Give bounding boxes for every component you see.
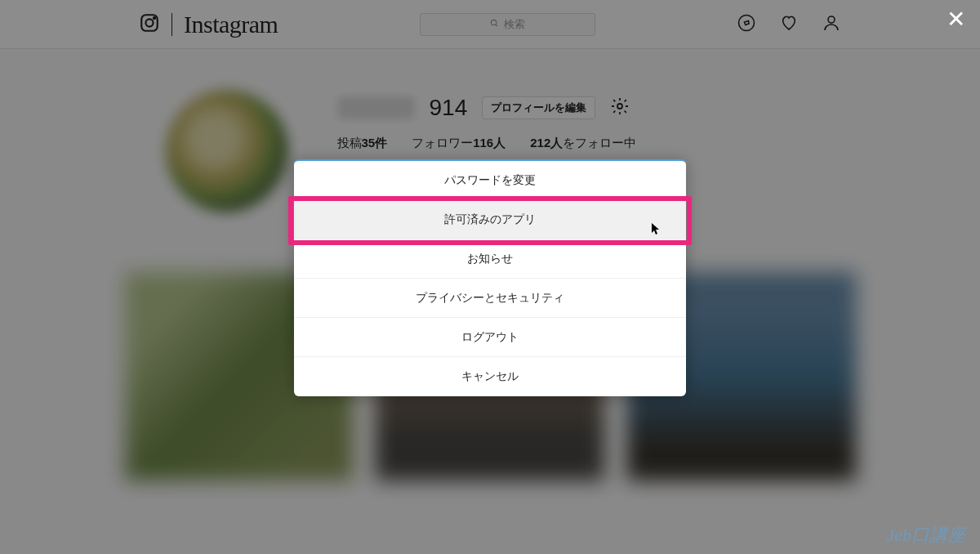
- modal-item-notifications[interactable]: お知らせ: [294, 239, 686, 279]
- modal-item-logout[interactable]: ログアウト: [294, 318, 686, 357]
- settings-modal: パスワードを変更 許可済みのアプリ お知らせ プライバシーとセキュリティ ログア…: [294, 159, 686, 396]
- modal-item-authorized-apps[interactable]: 許可済みのアプリ: [294, 200, 686, 239]
- modal-item-privacy-security[interactable]: プライバシーとセキュリティ: [294, 279, 686, 318]
- modal-item-change-password[interactable]: パスワードを変更: [294, 161, 686, 200]
- watermark: Jeb口講座: [886, 523, 965, 547]
- modal-item-cancel[interactable]: キャンセル: [294, 357, 686, 396]
- close-icon[interactable]: ✕: [947, 8, 965, 31]
